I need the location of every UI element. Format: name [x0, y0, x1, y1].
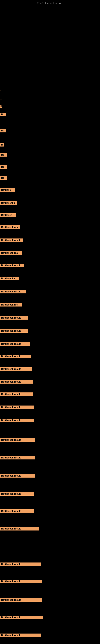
- extra-label-6: Bo: [0, 176, 7, 180]
- bottleneck-result-8: Bottleneck result: [0, 634, 41, 638]
- extra-label-3: B: [0, 143, 4, 147]
- bottleneck-result-1: Bottleneck result: [0, 438, 35, 442]
- bottleneck-result-6: Bottleneck result: [0, 598, 42, 602]
- extra-label-17: Bottleneck result: [0, 316, 28, 320]
- extra-label-7: Bottlene: [0, 188, 15, 192]
- extra-label-10: Bottleneck res: [0, 226, 20, 230]
- extra-label-4: Bo: [0, 153, 7, 158]
- bottleneck-result-4: Bottleneck result: [0, 562, 41, 567]
- extra-label-22: Bottleneck result: [0, 380, 33, 384]
- extra-label-14: Bottleneck r: [0, 277, 19, 281]
- bottleneck-result-7: Bottleneck result: [0, 616, 43, 620]
- extra-label-26: Bottleneck result: [0, 456, 35, 460]
- extra-label-27: Bottleneck result: [0, 474, 35, 478]
- tiny-label-3: B: [0, 105, 2, 109]
- extra-label-15: Bottleneck result: [0, 290, 26, 294]
- extra-label-23: Bottleneck result: [0, 392, 33, 397]
- extra-label-12: Bottleneck res: [0, 251, 22, 256]
- extra-label-18: Bottleneck result: [0, 329, 28, 334]
- extra-label-8: Bottleneck r: [0, 201, 17, 206]
- bottleneck-result-3: Bottleneck result: [0, 527, 39, 531]
- extra-label-19: Bottleneck result: [0, 342, 30, 346]
- extra-label-25: Bottleneck result: [0, 418, 34, 423]
- extra-label-20: Bottleneck result: [0, 354, 31, 359]
- bottleneck-result-2: Bottleneck result: [0, 509, 34, 514]
- extra-label-1: Bo: [0, 113, 6, 117]
- extra-label-28: Bottleneck result: [0, 492, 34, 496]
- site-title: TheBottlenecker.com: [37, 2, 63, 5]
- extra-label-24: Bottleneck result: [0, 406, 34, 410]
- tiny-label-1: [0, 88, 1, 92]
- tiny-label-2: [0, 96, 1, 100]
- bottleneck-result-5: Bottleneck result: [0, 580, 42, 584]
- extra-label-9: Bottlenec: [0, 213, 16, 218]
- extra-label-11: Bottleneck resul: [0, 238, 23, 243]
- extra-label-5: Bo: [0, 165, 7, 170]
- extra-label-2: Bo: [0, 129, 6, 133]
- extra-label-21: Bottleneck result: [0, 367, 32, 372]
- extra-label-13: Bottleneck resul: [0, 264, 24, 268]
- extra-label-16: Bottleneck res: [0, 303, 22, 307]
